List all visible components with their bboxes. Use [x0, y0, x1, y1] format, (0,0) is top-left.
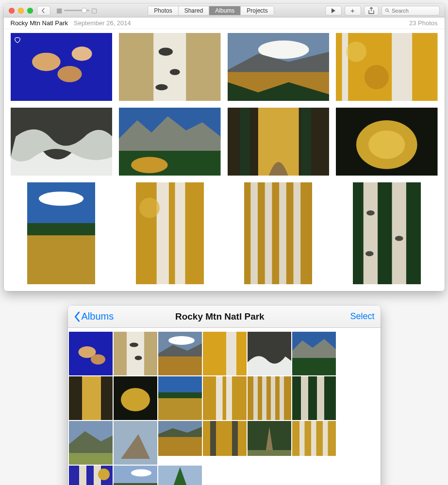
- photo-thumbnail[interactable]: [203, 376, 247, 420]
- photo-thumbnail[interactable]: [203, 421, 247, 456]
- photo-thumbnail[interactable]: [203, 332, 247, 375]
- back-button[interactable]: [37, 6, 50, 16]
- svg-rect-82: [271, 376, 275, 420]
- photo-thumbnail[interactable]: [228, 33, 330, 101]
- photo-thumbnail[interactable]: [158, 421, 202, 456]
- svg-rect-17: [392, 33, 412, 101]
- photo-thumbnail[interactable]: [248, 332, 291, 375]
- search-input[interactable]: [392, 8, 436, 14]
- photo-count: 23 Photos: [409, 19, 438, 27]
- photo-thumbnail[interactable]: [11, 33, 113, 101]
- svg-point-57: [130, 343, 138, 347]
- zoom-slider[interactable]: [64, 10, 89, 11]
- svg-rect-83: [280, 376, 284, 420]
- photo-thumbnail[interactable]: [292, 376, 336, 420]
- album-header: Rocky Mtn Natl Park September 26, 2014 2…: [4, 17, 445, 29]
- svg-rect-38: [156, 182, 168, 284]
- photo-thumbnail[interactable]: [114, 421, 157, 465]
- ios-album-title: Rocky Mtn Natl Park: [89, 311, 350, 322]
- favorite-icon[interactable]: [14, 36, 21, 44]
- photo-thumbnail[interactable]: [11, 108, 113, 176]
- svg-rect-42: [251, 182, 258, 284]
- svg-rect-48: [392, 182, 406, 284]
- select-button[interactable]: Select: [350, 311, 374, 322]
- thumbnail-size-control[interactable]: ▦ ▢: [56, 7, 97, 14]
- svg-rect-45: [294, 182, 301, 284]
- svg-rect-106: [79, 466, 86, 485]
- svg-rect-96: [210, 421, 216, 456]
- view-mode-tabs: Photos Shared Albums Projects: [148, 6, 274, 16]
- svg-rect-95: [203, 421, 247, 456]
- photo-thumbnail[interactable]: [158, 466, 202, 485]
- svg-rect-93: [158, 434, 202, 456]
- photo-thumbnail[interactable]: [69, 376, 113, 420]
- chevron-left-icon: [41, 8, 46, 14]
- photo-thumbnail[interactable]: [69, 421, 113, 465]
- svg-rect-111: [114, 483, 157, 485]
- svg-rect-7: [153, 33, 186, 101]
- photo-thumbnail[interactable]: [69, 466, 113, 485]
- photo-thumbnail[interactable]: [27, 182, 95, 284]
- photo-thumbnail[interactable]: [114, 332, 157, 375]
- photo-thumbnail[interactable]: [248, 421, 291, 456]
- photo-thumbnail[interactable]: [292, 332, 336, 375]
- svg-point-8: [159, 48, 173, 56]
- photo-thumbnail[interactable]: [158, 376, 202, 420]
- photo-thumbnail[interactable]: [69, 332, 113, 375]
- svg-rect-64: [226, 332, 236, 375]
- svg-rect-80: [253, 376, 258, 420]
- svg-rect-89: [69, 453, 113, 465]
- svg-point-50: [395, 236, 403, 241]
- svg-point-3: [32, 53, 60, 71]
- photo-thumbnail[interactable]: [228, 108, 330, 176]
- search-field[interactable]: [382, 6, 440, 16]
- tab-shared[interactable]: Shared: [179, 6, 210, 15]
- photo-thumbnail[interactable]: [353, 182, 421, 284]
- svg-point-51: [365, 251, 374, 257]
- svg-point-9: [170, 69, 180, 75]
- mac-photos-window: ▦ ▢ Photos Shared Albums Projects +: [4, 4, 445, 291]
- svg-rect-63: [203, 332, 247, 375]
- svg-rect-84: [292, 376, 336, 420]
- photo-thumbnail[interactable]: [114, 466, 157, 485]
- add-button[interactable]: +: [345, 6, 361, 16]
- titlebar: ▦ ▢ Photos Shared Albums Projects +: [4, 4, 445, 17]
- svg-rect-81: [262, 376, 266, 420]
- photo-thumbnail[interactable]: [336, 33, 438, 101]
- tab-albums[interactable]: Albums: [209, 6, 241, 15]
- svg-point-34: [39, 192, 83, 206]
- photo-thumbnail[interactable]: [119, 108, 221, 176]
- svg-point-4: [57, 66, 82, 82]
- tab-projects[interactable]: Projects: [241, 6, 273, 15]
- photo-thumbnail[interactable]: [136, 182, 204, 284]
- svg-rect-86: [317, 376, 324, 420]
- photo-thumbnail[interactable]: [119, 33, 221, 101]
- close-window-button[interactable]: [9, 8, 15, 14]
- svg-rect-73: [158, 376, 202, 394]
- tab-photos[interactable]: Photos: [148, 6, 178, 15]
- photo-thumbnail[interactable]: [158, 332, 202, 375]
- svg-point-25: [131, 157, 167, 173]
- svg-rect-103: [311, 421, 316, 456]
- svg-rect-29: [240, 108, 250, 176]
- svg-rect-47: [363, 182, 377, 284]
- photo-thumbnail[interactable]: [248, 376, 291, 420]
- ios-photos-window: Albums Rocky Mtn Natl Park Select P: [68, 306, 381, 485]
- play-slideshow-button[interactable]: [325, 6, 342, 16]
- svg-point-20: [365, 65, 389, 89]
- svg-rect-43: [265, 182, 272, 284]
- share-button[interactable]: [364, 6, 379, 16]
- svg-rect-56: [127, 332, 144, 375]
- svg-point-58: [134, 356, 142, 360]
- svg-rect-75: [158, 392, 202, 398]
- svg-rect-39: [175, 182, 185, 284]
- svg-point-110: [131, 469, 151, 477]
- photo-thumbnail[interactable]: [292, 421, 336, 456]
- chevron-left-icon: [74, 311, 81, 322]
- minimize-window-button[interactable]: [18, 8, 24, 14]
- photo-thumbnail[interactable]: [244, 182, 312, 284]
- photo-thumbnail[interactable]: [114, 376, 157, 420]
- zoom-window-button[interactable]: [27, 8, 33, 14]
- svg-rect-18: [342, 33, 348, 101]
- photo-thumbnail[interactable]: [336, 108, 438, 176]
